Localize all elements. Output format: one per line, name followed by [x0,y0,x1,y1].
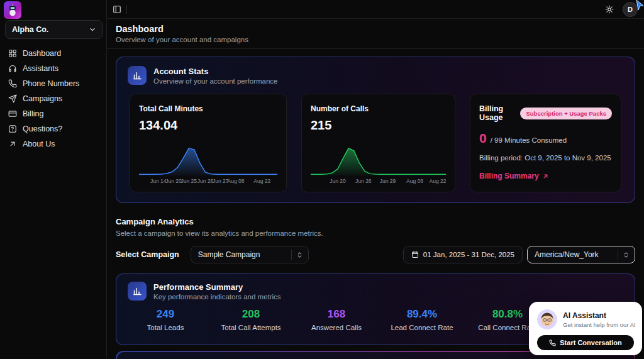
kpi-value: 168 [294,308,379,321]
billing-usage-card: Billing Usage Subscription + Usage Packs… [470,94,621,192]
number-of-calls-chart: Jun 20Jun 26Jun 29Aug 08Aug 22 [311,145,446,187]
campaign-select-value: Sample Campaign [198,250,285,259]
kpi-answered-calls: 168 Answered Calls [294,308,379,331]
arrow-up-right-icon [8,140,17,148]
number-of-calls-value: 215 [311,118,446,133]
kpi-lead-connect-rate: 89.4% Lead Connect Rate [379,308,465,331]
sidebar-toggle-button[interactable] [113,5,121,14]
phone-icon [549,340,556,346]
timezone-select[interactable]: America/New_York [527,246,635,263]
billing-summary-label: Billing Summary [479,172,539,180]
theme-toggle-button[interactable] [605,5,614,14]
call-minutes-chart: Jun 14Jun 20Jun 25Jun 26Jun 27Aug 08Aug … [139,145,277,187]
sidebar-item-label: Billing [23,109,43,118]
topbar-divider [126,5,127,14]
app-logo[interactable] [4,1,21,19]
kpi-total-call-attempts: 208 Total Call Attempts [208,308,294,331]
kpi-total-leads: 249 Total Leads [123,308,208,331]
workspace-selector[interactable]: Alpha Co. [5,20,103,39]
robot-logo-icon [6,4,19,16]
sidebar-item-dashboard[interactable]: Dashboard [0,46,107,61]
page-title: Dashboard [116,24,644,34]
ai-assistant-widget: AI Assistant Get instant help from our A… [529,302,642,355]
date-range-value: 01 Jan, 2025 - 31 Dec, 2025 [423,251,514,258]
minutes-consumed-suffix: / 99 Minutes Consumed [491,136,567,144]
kpi-label: Total Leads [123,324,208,331]
performance-summary-subtitle: Key performance indicators and metrics [153,293,281,301]
select-divider [291,250,292,260]
chevrons-up-down-icon [623,251,630,258]
kpi-label: Lead Connect Rate [379,324,465,331]
start-conversation-label: Start Conversation [560,339,621,346]
sidebar-nav: Dashboard Assistants Phone Numbers Campa… [0,46,107,152]
billing-summary-link[interactable]: Billing Summary [479,172,612,180]
sidebar: Alpha Co. Dashboard Assistants Phone Num… [0,0,107,359]
sidebar-item-about-us[interactable]: About Us [0,136,107,152]
total-call-minutes-card: Total Call Minutes 134.04 Jun 14Jun 20Ju… [130,94,287,192]
total-call-minutes-label: Total Call Minutes [139,104,277,113]
workspace-name: Alpha Co. [12,25,89,34]
account-stats-subtitle: Overview of your account performance [153,77,278,85]
sidebar-item-label: Assistants [23,64,58,73]
billing-period: Billing period: Oct 9, 2025 to Nov 9, 20… [479,154,612,162]
billing-usage-title: Billing Usage [479,104,520,122]
campaign-analytics-subtitle: Select a campaign to view its analytics … [116,229,635,237]
bar-chart-icon [128,282,147,301]
arrow-up-right-icon [542,173,549,180]
page-header: Dashboard Overview of your account and c… [107,19,644,49]
mouse-cursor-icon [636,0,644,10]
credit-card-icon [8,109,17,118]
select-campaign-label: Select Campaign [116,250,179,259]
select-divider [618,250,618,260]
campaign-select[interactable]: Sample Campaign [191,246,309,263]
send-icon [8,94,17,103]
start-conversation-button[interactable]: Start Conversation [537,335,634,350]
calendar-icon [411,251,419,258]
sidebar-item-label: Phone Numbers [23,79,79,88]
kpi-value: 89.4% [379,308,465,321]
campaign-controls: Select Campaign Sample Campaign 01 Jan, … [116,246,635,263]
sidebar-item-label: About Us [23,140,55,148]
date-range-button[interactable]: 01 Jan, 2025 - 31 Dec, 2025 [403,246,523,263]
phone-icon [8,79,17,88]
bar-chart-icon [128,66,147,85]
help-icon [8,124,17,133]
account-stats-title: Account Stats [153,67,278,76]
number-of-calls-label: Number of Calls [311,104,446,113]
app-root: Alpha Co. Dashboard Assistants Phone Num… [0,0,644,359]
panel-left-icon [113,5,121,14]
performance-summary-title: Performance Summary [153,282,281,292]
sidebar-item-questions[interactable]: Questions? [0,121,107,136]
grid-icon [8,49,17,58]
sun-icon [605,5,614,14]
campaign-analytics-title: Campaign Analytics [116,217,635,226]
timezone-value: America/New_York [535,250,611,259]
headphones-icon [8,64,17,73]
kpi-value: 208 [208,308,294,321]
kpi-label: Answered Calls [294,324,379,331]
chevrons-up-down-icon [296,251,303,258]
chevron-down-icon [89,26,96,33]
minutes-consumed-value: 0 [479,131,487,146]
ai-assistant-title: AI Assistant [563,311,636,320]
sidebar-item-label: Dashboard [23,49,61,58]
kpi-label: Total Call Attempts [208,324,294,331]
sidebar-item-label: Questions? [23,124,62,133]
subscription-badge: Subscription + Usage Packs [520,108,612,119]
sidebar-item-label: Campaigns [23,94,62,103]
ai-assistant-subtitle: Get instant help from our AI [563,321,636,328]
sidebar-item-campaigns[interactable]: Campaigns [0,91,107,106]
avatar-initial: D [628,6,633,13]
ai-assistant-avatar [537,309,557,329]
campaign-analytics-section: Campaign Analytics Select a campaign to … [116,217,635,237]
account-stats-card: Account Stats Overview of your account p… [116,57,635,203]
total-call-minutes-value: 134.04 [139,118,277,133]
kpi-value: 249 [123,308,208,321]
sidebar-item-billing[interactable]: Billing [0,106,107,121]
sidebar-item-assistants[interactable]: Assistants [0,61,107,76]
number-of-calls-card: Number of Calls 215 Jun 20Jun 26Jun 29Au… [301,94,455,192]
page-subtitle: Overview of your account and campaigns [116,36,644,43]
topbar: D [107,0,644,19]
sidebar-item-phone-numbers[interactable]: Phone Numbers [0,76,107,91]
